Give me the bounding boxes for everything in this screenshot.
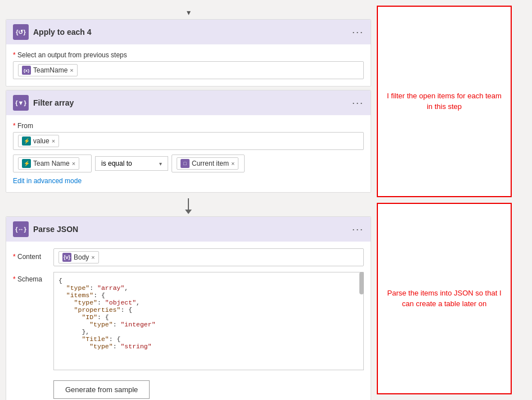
main-area: ▾ {↺} Apply to each 4 ··· Select an outp… <box>0 0 371 400</box>
content-row: Content {v} Body × <box>13 248 364 266</box>
apply-card-header-left: {↺} Apply to each 4 <box>13 24 91 40</box>
parse-json-card: {↔} Parse JSON ··· Content {v} Body × Sc… <box>6 216 371 400</box>
top-annotation-box: I filter the open items for each team in… <box>377 6 512 197</box>
filter-card-header-left: {▼} Filter array <box>13 95 74 111</box>
schema-scrollbar[interactable] <box>359 272 364 294</box>
content-token-icon: {v} <box>62 253 71 262</box>
arrow-connector <box>6 196 371 216</box>
generate-button-container: Generate from sample <box>53 375 364 399</box>
from-token-close[interactable]: × <box>52 138 55 144</box>
filter-left-token: ⚡ Team Name × <box>18 157 79 170</box>
filter-card-body: From ⚡ value × ⚡ Team Name × is eq <box>6 115 371 192</box>
apply-card-menu[interactable]: ··· <box>352 26 364 38</box>
content-token: {v} Body × <box>58 251 99 263</box>
edit-advanced-link[interactable]: Edit in advanced mode <box>13 177 82 185</box>
parse-card-header: {↔} Parse JSON ··· <box>6 217 371 242</box>
schema-label: Schema <box>13 272 47 283</box>
schema-row: Schema { "type": "array", "items": { "ty… <box>13 272 364 370</box>
filter-row: ⚡ Team Name × is equal to ▾ □ Current it… <box>13 154 364 172</box>
schema-textarea[interactable]: { "type": "array", "items": { "type": "o… <box>53 272 364 370</box>
parse-card-menu[interactable]: ··· <box>352 224 364 235</box>
from-token-container[interactable]: ⚡ value × <box>13 132 364 150</box>
top-chevron: ▾ <box>6 6 371 19</box>
parse-card-body: Content {v} Body × Schema { "type": "arr… <box>6 242 371 400</box>
apply-to-each-card: {↺} Apply to each 4 ··· Select an output… <box>6 19 371 87</box>
filter-left-token-close[interactable]: × <box>72 160 75 167</box>
filter-left-token-label: Team Name <box>33 160 70 167</box>
from-token-label: value <box>33 137 49 145</box>
apply-card-header: {↺} Apply to each 4 ··· <box>6 20 371 44</box>
filter-card-menu[interactable]: ··· <box>352 97 364 109</box>
apply-token: {x} TeamName × <box>18 64 78 76</box>
from-label: From <box>13 122 364 130</box>
operator-chevron-icon: ▾ <box>159 161 162 167</box>
filter-left-token-icon: ⚡ <box>22 159 31 168</box>
from-token: ⚡ value × <box>18 135 59 147</box>
right-panel: I filter the open items for each team in… <box>371 0 517 400</box>
filter-array-card: {▼} Filter array ··· From ⚡ value × ⚡ Te <box>6 90 371 193</box>
bottom-annotation-box: Parse the items into JSON so that I can … <box>377 203 512 394</box>
top-annotation-text: I filter the open items for each team in… <box>384 91 505 111</box>
arrow-down <box>185 198 192 214</box>
apply-token-close[interactable]: × <box>70 67 73 74</box>
apply-token-icon: {x} <box>22 66 31 75</box>
parse-card-title: Parse JSON <box>33 225 78 234</box>
from-token-icon: ⚡ <box>22 137 31 146</box>
apply-card-title: Apply to each 4 <box>33 28 91 37</box>
apply-card-body: Select an output from previous steps {x}… <box>6 44 371 86</box>
content-token-close[interactable]: × <box>91 254 94 261</box>
content-label: Content <box>13 248 47 261</box>
filter-card-header: {▼} Filter array ··· <box>6 90 371 115</box>
arrow-head-icon <box>185 210 192 214</box>
bottom-annotation-text: Parse the items into JSON so that I can … <box>384 288 505 308</box>
filter-right-token-icon: □ <box>181 159 190 168</box>
arrow-line <box>188 198 189 210</box>
filter-card-icon: {▼} <box>13 95 29 111</box>
apply-select-label: Select an output from previous steps <box>13 51 364 59</box>
apply-token-container[interactable]: {x} TeamName × <box>13 61 364 79</box>
content-token-label: Body <box>74 253 89 261</box>
filter-right-token-label: Current item <box>192 160 229 167</box>
operator-label: is equal to <box>101 160 132 167</box>
parse-card-header-left: {↔} Parse JSON <box>13 221 78 237</box>
filter-left-token-container[interactable]: ⚡ Team Name × <box>13 154 92 172</box>
content-token-container[interactable]: {v} Body × <box>53 248 364 266</box>
filter-right-token-container[interactable]: □ Current item × <box>172 154 245 172</box>
apply-card-icon: {↺} <box>13 24 29 40</box>
filter-card-title: Filter array <box>33 98 74 107</box>
schema-container: { "type": "array", "items": { "type": "o… <box>53 272 364 370</box>
filter-right-token: □ Current item × <box>177 157 238 170</box>
apply-token-label: TeamName <box>33 66 67 74</box>
generate-from-sample-button[interactable]: Generate from sample <box>53 380 150 399</box>
filter-right-token-close[interactable]: × <box>231 160 235 167</box>
parse-card-icon: {↔} <box>13 221 29 237</box>
operator-select[interactable]: is equal to ▾ <box>95 156 168 171</box>
